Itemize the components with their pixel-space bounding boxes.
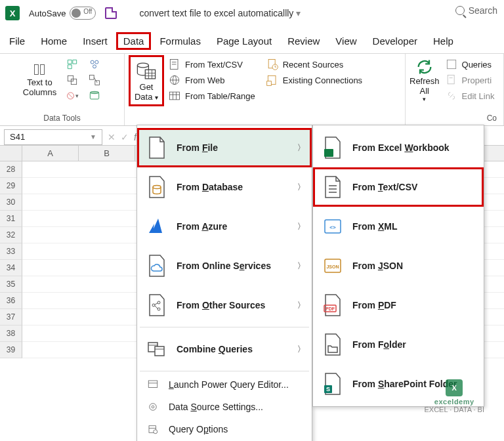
relationships-icon[interactable] xyxy=(88,74,101,87)
row-header[interactable]: 29 xyxy=(0,178,22,194)
text-to-columns-button[interactable]: Text to Columns xyxy=(23,58,56,102)
name-box-value: S41 xyxy=(10,132,25,142)
row-header[interactable]: 39 xyxy=(0,342,22,358)
edit-links-icon xyxy=(445,89,458,102)
column-header-b[interactable]: B xyxy=(79,146,135,161)
select-all-corner[interactable] xyxy=(0,146,22,161)
existing-connections-button[interactable]: Existing Connections xyxy=(266,74,362,87)
fx-cancel-icon: ✕ xyxy=(108,132,116,142)
table-icon xyxy=(168,89,181,102)
search-icon xyxy=(455,6,465,15)
properties-icon xyxy=(445,74,458,87)
svg-text:JSON: JSON xyxy=(326,264,339,269)
tab-formulas[interactable]: Formulas xyxy=(159,35,201,47)
svg-point-2 xyxy=(91,60,94,64)
toggle-switch-icon[interactable]: Off xyxy=(70,7,96,20)
name-box[interactable]: S41 ▼ xyxy=(4,129,102,145)
row-header[interactable]: 31 xyxy=(0,211,22,227)
row-header[interactable]: 34 xyxy=(0,260,22,276)
other-sources-icon xyxy=(146,295,167,316)
tab-view[interactable]: View xyxy=(335,35,356,47)
tab-developer[interactable]: Developer xyxy=(373,35,417,47)
from-table-range-button[interactable]: From Table/Range xyxy=(168,89,255,102)
svg-point-3 xyxy=(95,60,98,64)
consolidate-icon[interactable] xyxy=(88,58,101,71)
menu-from-text-csv[interactable]: From Text/CSV xyxy=(313,167,484,207)
menu-data-source-settings[interactable]: Data Source Settings... xyxy=(137,396,312,418)
row-header[interactable]: 32 xyxy=(0,227,22,243)
svg-rect-35 xyxy=(448,75,454,84)
excel-file-icon: X xyxy=(322,137,343,158)
tab-data[interactable]: Data xyxy=(116,32,152,50)
chevron-right-icon: 〉 xyxy=(297,221,305,232)
recent-sources-button[interactable]: Recent Sources xyxy=(266,58,362,71)
svg-rect-5 xyxy=(68,75,73,81)
remove-duplicates-icon[interactable] xyxy=(66,74,79,87)
menu-from-xml[interactable]: <> From XML xyxy=(313,207,484,246)
menu-combine-queries[interactable]: Combine Queries 〉 xyxy=(137,329,312,369)
svg-rect-26 xyxy=(170,92,180,100)
tab-page-layout[interactable]: Page Layout xyxy=(217,35,272,47)
svg-rect-6 xyxy=(71,79,76,84)
refresh-icon xyxy=(415,58,434,76)
row-header[interactable]: 38 xyxy=(0,326,22,342)
group-label-data-tools: Data Tools xyxy=(43,114,80,124)
power-query-icon xyxy=(146,378,159,391)
svg-text:<>: <> xyxy=(329,224,336,230)
row-header[interactable]: 30 xyxy=(0,194,22,211)
save-icon[interactable] xyxy=(105,7,117,19)
row-header[interactable]: 33 xyxy=(0,243,22,260)
chevron-right-icon: 〉 xyxy=(297,182,305,193)
row-header[interactable]: 35 xyxy=(0,276,22,293)
tab-file[interactable]: File xyxy=(9,35,25,47)
pdf-icon: PDF xyxy=(322,295,343,316)
menu-launch-power-query[interactable]: Launch Power Query Editor... xyxy=(137,373,312,396)
combine-icon xyxy=(146,339,167,360)
tab-home[interactable]: Home xyxy=(41,35,67,47)
menu-from-folder[interactable]: From Folder xyxy=(313,325,484,364)
fx-enter-icon: ✓ xyxy=(121,132,129,142)
menu-query-options[interactable]: Query Options xyxy=(137,418,312,440)
options-icon xyxy=(146,423,159,436)
chevron-down-icon[interactable]: ▼ xyxy=(90,133,96,140)
autosave-toggle[interactable]: AutoSave Off xyxy=(29,7,96,20)
menu-from-file[interactable]: From File 〉 xyxy=(137,128,312,167)
tab-help[interactable]: Help xyxy=(433,35,453,47)
file-icon xyxy=(146,137,167,158)
row-header[interactable]: 28 xyxy=(0,161,22,178)
tab-insert[interactable]: Insert xyxy=(83,35,108,47)
flash-fill-icon[interactable] xyxy=(66,58,79,71)
row-header[interactable]: 36 xyxy=(0,293,22,309)
menu-from-online-services[interactable]: From Online Services 〉 xyxy=(137,246,312,285)
svg-point-53 xyxy=(154,430,158,434)
svg-text:S: S xyxy=(326,386,330,392)
data-model-icon[interactable] xyxy=(88,89,101,102)
menu-from-workbook[interactable]: X From Excel Workbook xyxy=(313,128,484,167)
get-data-button[interactable]: Get Data ▾ xyxy=(129,55,164,106)
refresh-all-button[interactable]: Refresh All▾ xyxy=(410,58,440,102)
menu-from-database[interactable]: From Database 〉 xyxy=(137,167,312,207)
row-header[interactable]: 37 xyxy=(0,309,22,326)
tab-review[interactable]: Review xyxy=(287,35,320,47)
search-label: Search xyxy=(469,5,497,16)
chevron-right-icon: 〉 xyxy=(297,300,305,311)
data-validation-icon[interactable]: ▾ xyxy=(66,89,79,102)
document-title[interactable]: convert text file to excel automaticalll… xyxy=(139,8,301,18)
text-csv-icon xyxy=(168,58,181,71)
from-text-csv-button[interactable]: From Text/CSV xyxy=(168,58,255,71)
column-header-a[interactable]: A xyxy=(22,146,79,161)
menu-from-azure[interactable]: From Azure 〉 xyxy=(137,207,312,246)
svg-point-4 xyxy=(93,65,96,68)
properties-button: Properti xyxy=(445,74,495,87)
queries-connections-button[interactable]: Queries xyxy=(445,58,495,71)
search-box[interactable]: Search xyxy=(455,5,497,16)
from-web-button[interactable]: From Web xyxy=(168,74,255,87)
svg-text:PDF: PDF xyxy=(326,306,335,311)
menu-from-pdf[interactable]: PDF From PDF xyxy=(313,285,484,325)
ribbon-tabs: File Home Insert Data Formulas Page Layo… xyxy=(0,26,504,53)
svg-rect-1 xyxy=(41,65,45,75)
get-data-menu: From File 〉 From Database 〉 From Azure 〉… xyxy=(136,125,312,441)
menu-from-json[interactable]: JSON From JSON xyxy=(313,246,484,285)
menu-from-other-sources[interactable]: From Other Sources 〉 xyxy=(137,285,312,325)
connections-icon xyxy=(266,74,279,87)
